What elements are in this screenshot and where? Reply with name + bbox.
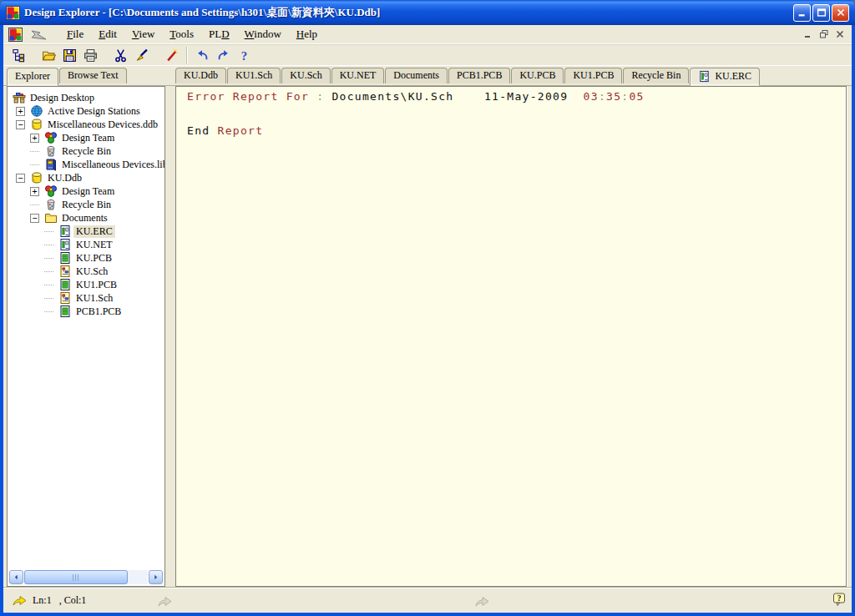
tree-item-active-design-stations[interactable]: +Active Design Stations [8,104,164,118]
svg-text:?: ? [241,48,247,62]
tree-item-miscellaneous-devices-ddb[interactable]: −Miscellaneous Devices.ddb [8,118,164,131]
tab-label: Recycle Bin [631,69,680,82]
tree-item-recycle-bin[interactable]: Recycle Bin [8,198,164,211]
tree-horizontal-scrollbar[interactable] [9,570,163,584]
tree-indent [30,151,44,152]
sch-doc-icon [58,291,73,305]
open-document-button[interactable] [38,46,59,65]
sch-doc-icon [58,265,73,278]
tree-item-recycle-bin[interactable]: Recycle Bin [8,144,164,158]
status-bar: Ln:1 , Col:1 ? [3,588,852,613]
knife-button[interactable] [131,46,152,65]
scroll-track[interactable] [24,570,148,584]
doc-tab-ku-pcb[interactable]: KU.PCB [511,68,564,83]
tree-item-ku1-sch[interactable]: KU1.Sch [8,291,164,305]
tree-indent [44,245,58,245]
menu-view[interactable]: View [124,25,162,43]
toolbar: ? [3,44,852,66]
mdi-close-button[interactable] [832,28,847,41]
doc-tab-ku-net[interactable]: KU.NET [331,68,385,83]
wand-button[interactable] [161,46,182,65]
tree-item-design-desktop[interactable]: Design Desktop [8,91,164,104]
tab-label: KU.ERC [715,70,751,83]
report-view[interactable]: Error Report For : Documents\KU.Sch 11-M… [175,86,847,587]
tree-indent [44,231,58,232]
scroll-left-button[interactable] [9,570,23,584]
tree-connector [30,151,39,152]
collapse-toggle[interactable]: − [30,214,39,223]
tree-item-miscellaneous-devices-lib[interactable]: Miscellaneous Devices.lib [8,158,164,171]
tree-item-ku-sch[interactable]: KU.Sch [8,265,164,278]
doc-tab-ku-ddb[interactable]: KU.Ddb [175,68,226,83]
menu-tools[interactable]: Tools [162,25,201,43]
expand-toggle[interactable]: + [16,107,25,116]
tab-label: PCB1.PCB [457,69,502,82]
dropdown-arrow-icon[interactable] [29,28,51,41]
expand-toggle[interactable]: + [30,187,39,196]
tab-label: KU1.PCB [573,69,614,82]
tree-item-ku-ddb[interactable]: −KU.Ddb [8,171,164,184]
cut-button[interactable] [110,46,131,65]
printer-icon [83,48,98,63]
doc-tab-ku1-sch[interactable]: KU1.Sch [227,68,281,83]
tree-item-documents[interactable]: −Documents [8,211,164,225]
design-team-icon [44,184,59,198]
tree-indent [44,258,58,259]
menu-help[interactable]: Help [289,25,325,43]
tree-item-design-team[interactable]: +Design Team [8,131,164,144]
tree-item-ku-erc[interactable]: KU.ERC [8,225,164,238]
tab-label: KU1.Sch [235,69,272,82]
tree-item-pcb1-pcb[interactable]: PCB1.PCB [8,305,164,318]
help-button[interactable]: ? [234,46,255,65]
wand-icon [164,48,179,63]
menu-edit[interactable]: Edit [91,25,124,43]
report-line [187,114,846,125]
design-manager-toggle-button[interactable] [8,46,29,65]
svg-text:?: ? [837,594,842,603]
tree-item-label: Recycle Bin [59,145,114,158]
doc-tab-recycle-bin[interactable]: Recycle Bin [623,68,689,83]
recycle-bin-icon [44,144,59,158]
undo-button[interactable] [192,46,213,65]
menu-window[interactable]: Window [237,25,289,43]
mdi-minimize-button[interactable] [801,28,815,41]
print-document-button[interactable] [80,46,101,65]
close-button[interactable] [832,4,849,22]
panel-tab-explorer[interactable]: Explorer [7,68,58,86]
collapse-toggle[interactable]: − [16,120,25,129]
tree-item-design-team[interactable]: +Design Team [8,184,164,198]
tab-label: Browse Text [68,69,119,82]
tree-indent [30,164,44,165]
scroll-thumb[interactable] [24,570,128,584]
panel-tab-browse-text[interactable]: Browse Text [59,68,127,83]
tree-item-ku-pcb[interactable]: KU.PCB [8,251,164,265]
doc-tab-documents[interactable]: Documents [385,68,448,83]
tab-strip: ExplorerBrowse Text KU.DdbKU1.SchKU.SchK… [3,66,852,86]
save-document-button[interactable] [59,46,80,65]
tree-indent [44,311,58,312]
doc-tab-ku-sch[interactable]: KU.Sch [281,68,330,83]
minimize-button[interactable] [793,4,811,22]
design-explorer-logo-icon [6,6,20,20]
menu-file[interactable]: File [59,25,91,43]
collapse-toggle[interactable]: − [16,174,25,183]
tree-connector [30,204,39,205]
expand-toggle[interactable]: + [30,134,39,143]
scroll-right-button[interactable] [149,570,163,584]
tree-indent: + [30,134,44,143]
tree-item-ku1-pcb[interactable]: KU1.PCB [8,278,164,291]
maximize-button[interactable] [812,4,830,22]
explorer-panel: Design Desktop+Active Design Stations−Mi… [7,86,165,587]
scissors-icon [114,48,128,63]
doc-tab-ku1-pcb[interactable]: KU1.PCB [564,68,622,83]
doc-tab-ku-erc[interactable]: KU.ERC [690,68,760,86]
tree-item-label: KU.ERC [73,225,115,238]
mdi-restore-button[interactable] [817,28,831,41]
redo-button[interactable] [213,46,234,65]
tree-indent [30,204,44,205]
tree-item-ku-net[interactable]: KU.NET [8,238,164,251]
doc-tab-pcb1-pcb[interactable]: PCB1.PCB [448,68,510,83]
help-bubble-icon[interactable]: ? [832,593,846,608]
menu-pld[interactable]: PLD [201,25,237,43]
jump-arrow-gray-icon [157,595,173,608]
